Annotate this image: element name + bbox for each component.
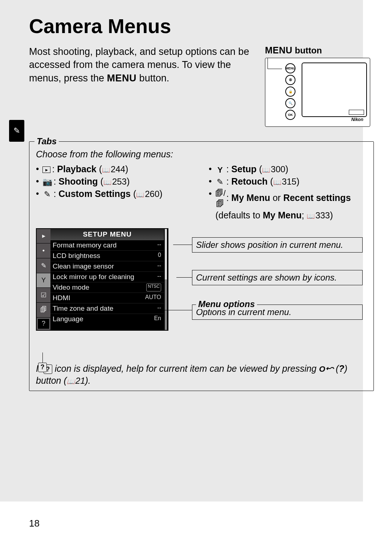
camera-button-column: MENU ⦿ 🔓 🔍 OK [283, 62, 298, 121]
callout-slider: Slider shows position in current menu. [192, 237, 363, 253]
lcd-row-name: HDMI [53, 294, 70, 302]
callout-text: Current settings are shown by icons. [196, 273, 337, 282]
intro-post: button. [136, 73, 169, 84]
tabs-heading: Tabs [34, 136, 59, 146]
camera-button-icon: ⦿ [285, 75, 295, 85]
tab-item-retouch: ✎: Retouch (315) [209, 176, 367, 188]
lcd-rows: Format memory card--LCD brightness0Clean… [50, 240, 164, 324]
lcd-row: Clean image sensor-- [50, 261, 164, 272]
camera-button-icon: 🔍 [285, 98, 295, 108]
lcd-screenshot: ▸ • ✎ Y ☑ 🗐 ? SETUP MENU Format memory c… [36, 228, 168, 331]
camera-icon: 📷 [42, 177, 52, 188]
callout-title: Menu options [196, 299, 257, 310]
tab-item-custom: ✎: Custom Settings (260) [36, 188, 194, 200]
playback-icon: ▸ [42, 166, 50, 173]
tab-item-mymenu: 🗐/🗐: My Menu or Recent settings(defaults… [209, 188, 367, 222]
tab-item-playback: ▸: Playback (244) [36, 163, 194, 176]
camera-menu-button-icon: MENU [285, 63, 295, 73]
defaults-pre: (defaults to [215, 210, 263, 220]
tab-label: Retouch [231, 176, 268, 186]
page-ref: 21 [67, 376, 85, 386]
tab-label: Shooting [58, 176, 98, 186]
camera-menu-word: MENU [265, 45, 293, 55]
lcd-row-name: LCD brightness [53, 252, 100, 260]
lcd-tab-strip: ▸ • ✎ Y ☑ 🗐 ? [37, 229, 50, 330]
lcd-row-value: -- [157, 305, 161, 313]
tabs-subtitle: Choose from the following menus: [36, 149, 367, 160]
lcd-row-name: Language [53, 315, 83, 323]
page-ref: 300 [262, 164, 285, 174]
lcd-scrollbar [165, 229, 167, 330]
tab-label-recent: Recent settings [283, 193, 351, 203]
lcd-row-value: -- [157, 262, 161, 270]
lcd-row-name: Lock mirror up for cleaning [53, 273, 134, 281]
help-mid: icon is displayed, help for current item… [52, 363, 319, 374]
lcd-row-name: Video mode [53, 283, 89, 291]
tabs-section: Tabs Choose from the following menus: ▸:… [29, 141, 374, 391]
camera-label: MENU button [265, 45, 374, 56]
menu-area: ▸ • ✎ Y ☑ 🗐 ? SETUP MENU Format memory c… [36, 228, 367, 352]
camera-brand: Nikon [351, 117, 363, 122]
defaults-post: ; [302, 210, 307, 220]
intro-row: Most shooting, playback, and setup optio… [29, 45, 374, 127]
callout-text: Slider shows position in current menu. [196, 240, 343, 250]
help-icon: ? [38, 363, 47, 372]
camera-ok-button-icon: OK [285, 110, 295, 120]
lcd-row-value: En [154, 315, 161, 323]
tabs-col-right: Y: Setup (300) ✎: Retouch (315) 🗐/🗐: My … [209, 163, 367, 222]
lcd-row-value: AUTO [145, 294, 161, 302]
leader-line [156, 310, 192, 310]
lcd-tab-playback-icon: ▸ [37, 229, 50, 244]
page-ref: 315 [273, 177, 297, 186]
page-ref: 244 [102, 164, 125, 174]
side-tab-icon: ✎ [9, 120, 24, 142]
lcd-row-name: Format memory card [53, 241, 117, 249]
tab-label: Setup [231, 164, 256, 174]
lcd-row-value: -- [157, 241, 161, 249]
lcd-row-name: Time zone and date [53, 305, 113, 313]
tab-item-shooting: 📷: Shooting (253) [36, 176, 194, 188]
tabs-columns: ▸: Playback (244) 📷: Shooting (253) ✎: C… [36, 163, 367, 222]
page-ref: 260 [136, 189, 159, 199]
lcd-row-value: -- [157, 273, 161, 281]
lcd-tab-help-icon: ? [37, 318, 50, 329]
help-leader-line [42, 352, 43, 363]
intro-text: Most shooting, playback, and setup optio… [29, 45, 256, 127]
camera-illustration: MENU ⦿ 🔓 🔍 OK Nikon [265, 58, 370, 127]
defaults-bold: My Menu [263, 210, 302, 220]
intro-menu-word: MENU [107, 73, 137, 84]
retouch-icon: ✎ [215, 177, 225, 188]
help-box: ? If ? icon is displayed, help for curre… [36, 363, 367, 387]
camera-screen [302, 63, 367, 117]
callout-settings: Current settings are shown by icons. [192, 270, 363, 286]
protect-key-icon: O⬿ [319, 364, 333, 375]
pencil-icon: ✎ [42, 189, 52, 200]
lcd-row: Lock mirror up for cleaning-- [50, 272, 164, 282]
lcd-row: Video modeNTSC [50, 282, 164, 293]
lcd-row: Format memory card-- [50, 240, 164, 251]
page-ref: 253 [103, 177, 127, 186]
lcd-row-value: NTSC [146, 283, 161, 291]
page-content: Camera Menus ✎ Most shooting, playback, … [29, 15, 374, 391]
lcd-main: SETUP MENU Format memory card--LCD brigh… [50, 229, 164, 330]
tab-label: Custom Settings [58, 189, 131, 199]
lcd-row: Time zone and date-- [50, 303, 164, 314]
mymenu-icon: 🗐/🗐 [215, 188, 225, 209]
lcd-scroll-thumb [165, 229, 167, 279]
page-title: Camera Menus [29, 15, 374, 38]
help-text: If ? icon is displayed, help for current… [36, 363, 367, 387]
lcd-tab-shooting-icon: • [37, 243, 50, 258]
help-post3: ). [85, 375, 90, 386]
camera-button-word: button [293, 45, 322, 55]
help-post1: ( [333, 363, 339, 374]
lcd-row-value: 0 [158, 252, 161, 260]
leader-line [173, 245, 192, 245]
tabs-col-left: ▸: Playback (244) 📷: Shooting (253) ✎: C… [36, 163, 194, 222]
camera-column: MENU button MENU ⦿ 🔓 🔍 OK Nikon [265, 45, 374, 127]
tab-label-or: or [270, 193, 283, 203]
page-number: 18 [29, 518, 40, 529]
camera-lead-line [268, 58, 282, 69]
tab-label: Playback [57, 164, 96, 174]
lcd-row-name: Clean image sensor [53, 262, 114, 270]
lcd-tab-custom-icon: ✎ [37, 258, 50, 273]
